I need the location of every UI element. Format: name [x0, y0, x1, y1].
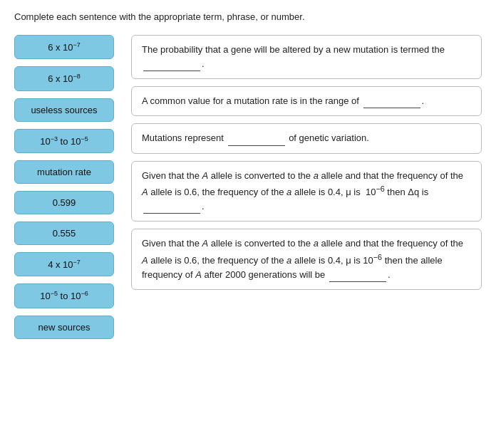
- blank-5[interactable]: [329, 272, 386, 282]
- blank-1[interactable]: [143, 61, 200, 71]
- blank-2[interactable]: [363, 98, 420, 108]
- main-layout: 6 x 10−7 6 x 10−8 useless sources 10−3 t…: [14, 35, 482, 339]
- sentence-box-4: Given that the A allele is converted to …: [131, 161, 482, 222]
- drag-item-8[interactable]: 4 x 10−7: [14, 252, 114, 276]
- drag-item-4[interactable]: 10−3 to 10−5: [14, 129, 114, 153]
- sentence-box-2: A common value for a mutation rate is in…: [131, 86, 482, 116]
- left-column: 6 x 10−7 6 x 10−8 useless sources 10−3 t…: [14, 35, 114, 339]
- sentence-2-text: A common value for a mutation rate is in…: [142, 95, 424, 106]
- drag-item-9[interactable]: 10−5 to 10−6: [14, 283, 114, 308]
- instructions-text: Complete each sentence with the appropri…: [14, 11, 482, 22]
- drag-item-5[interactable]: mutation rate: [14, 160, 114, 184]
- right-column: The probability that a gene will be alte…: [131, 35, 482, 290]
- blank-4[interactable]: [143, 204, 200, 214]
- sentence-1-text: The probability that a gene will be alte…: [142, 44, 445, 69]
- blank-3[interactable]: [228, 136, 285, 146]
- drag-item-10[interactable]: new sources: [14, 316, 114, 339]
- sentence-4-text: Given that the A allele is converted to …: [142, 170, 463, 212]
- drag-item-2[interactable]: 6 x 10−8: [14, 66, 114, 90]
- sentence-box-3: Mutations represent of genetic variation…: [131, 123, 482, 153]
- sentence-5-text: Given that the A allele is converted to …: [142, 238, 463, 280]
- sentence-box-1: The probability that a gene will be alte…: [131, 35, 482, 79]
- drag-item-7[interactable]: 0.555: [14, 222, 114, 245]
- sentence-3-text: Mutations represent of genetic variation…: [142, 132, 369, 143]
- drag-item-3[interactable]: useless sources: [14, 98, 114, 122]
- drag-item-1[interactable]: 6 x 10−7: [14, 35, 114, 59]
- sentence-box-5: Given that the A allele is converted to …: [131, 229, 482, 290]
- drag-item-6[interactable]: 0.599: [14, 191, 114, 214]
